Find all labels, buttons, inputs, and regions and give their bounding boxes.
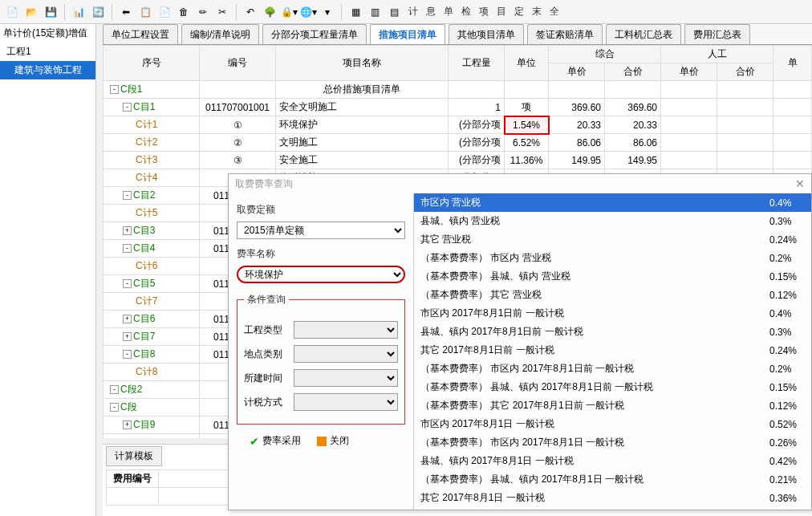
- dialog-titlebar[interactable]: 取费费率查询 ✕: [229, 174, 811, 193]
- calc-cell[interactable]: [107, 488, 159, 506]
- project-type-select[interactable]: [294, 321, 398, 339]
- undo-icon[interactable]: ↶: [242, 3, 259, 21]
- chart-icon[interactable]: 📊: [70, 3, 87, 21]
- col-code[interactable]: 编号: [200, 46, 276, 81]
- tab-4[interactable]: 其他项目清单: [449, 24, 524, 44]
- dropdown-icon[interactable]: ▾: [319, 3, 336, 21]
- rate-row[interactable]: （基本费费率） 市区内 2017年8月1日前 一般计税0.2%: [414, 360, 811, 378]
- rate-row[interactable]: 县城、镇内 2017年8月1日前 一般计税0.3%: [414, 323, 811, 341]
- tab-7[interactable]: 费用汇总表: [684, 24, 750, 44]
- col-unit-price2[interactable]: 单价: [661, 63, 717, 81]
- col-qty[interactable]: 工程量: [449, 46, 505, 81]
- label-project-type: 工程类型: [244, 323, 289, 337]
- rate-row[interactable]: 其它 2017年8月1日前 一般计税0.24%: [414, 341, 811, 360]
- paste-icon[interactable]: 📄: [156, 3, 173, 21]
- layout1-icon[interactable]: ▦: [347, 3, 364, 21]
- col-extra[interactable]: 单: [773, 46, 812, 81]
- close-button[interactable]: 关闭: [317, 434, 349, 448]
- toolbar-text-息[interactable]: 息: [422, 6, 440, 17]
- lock-icon[interactable]: 🔒▾: [280, 3, 298, 21]
- tab-2[interactable]: 分部分项工程量清单: [262, 24, 367, 44]
- expand-icon[interactable]: -: [123, 103, 132, 112]
- layout3-icon[interactable]: ▤: [385, 3, 403, 21]
- toolbar-text-单[interactable]: 单: [440, 6, 457, 17]
- expand-icon[interactable]: -: [110, 385, 119, 394]
- layout2-icon[interactable]: ▥: [366, 3, 384, 21]
- expand-icon[interactable]: -: [123, 350, 132, 359]
- refresh-icon[interactable]: 🔄: [89, 3, 107, 21]
- toolbar-text-目[interactable]: 目: [493, 6, 510, 17]
- tab-0[interactable]: 单位工程设置: [103, 24, 178, 44]
- expand-icon[interactable]: +: [123, 315, 132, 323]
- tab-1[interactable]: 编制/清单说明: [181, 24, 259, 44]
- expand-icon[interactable]: -: [123, 279, 132, 288]
- rate-row[interactable]: （基本费费率） 其它 营业税0.12%: [414, 286, 811, 304]
- toolbar-text-全[interactable]: 全: [546, 6, 563, 17]
- tab-6[interactable]: 工料机汇总表: [606, 24, 681, 44]
- expand-icon[interactable]: +: [123, 421, 132, 429]
- edit-icon[interactable]: ✏: [194, 3, 212, 21]
- table-row[interactable]: C计2②文明施工(分部分项6.52%86.0686.06: [104, 134, 812, 152]
- col-group-labor[interactable]: 人工: [661, 46, 773, 63]
- tab-3[interactable]: 措施项目清单: [370, 24, 445, 44]
- new-icon[interactable]: 📄: [3, 3, 21, 21]
- table-row[interactable]: -C段1总价措施项目清单: [104, 81, 812, 99]
- quota-select[interactable]: 2015清单定额: [237, 221, 405, 239]
- toolbar-text-定[interactable]: 定: [510, 6, 528, 17]
- rate-row[interactable]: （基本费费率） 市区内 营业税0.2%: [414, 249, 811, 267]
- expand-icon[interactable]: +: [123, 332, 132, 341]
- rate-row[interactable]: （基本费费率） 其它 2017年8月1日 一般计税0.18%: [414, 507, 811, 510]
- rate-row[interactable]: 县城、镇内 营业税0.3%: [414, 212, 811, 230]
- copy-icon[interactable]: 📋: [136, 3, 154, 21]
- toolbar-text-检[interactable]: 检: [457, 6, 475, 17]
- rate-row[interactable]: （基本费费率） 市区内 2017年8月1日 一般计税0.26%: [414, 433, 811, 452]
- tree-item[interactable]: 建筑与装饰工程: [0, 61, 95, 79]
- toolbar-text-末[interactable]: 末: [528, 6, 546, 17]
- table-row[interactable]: -C目1011707001001安全文明施工1项369.60369.60: [104, 99, 812, 116]
- col-total-price2[interactable]: 合价: [717, 63, 773, 81]
- table-row[interactable]: C计1①环境保护(分部分项1.54%20.3320.33: [104, 116, 812, 134]
- col-total-price[interactable]: 合价: [605, 63, 661, 81]
- cut-icon[interactable]: ✂: [213, 3, 231, 21]
- rate-row[interactable]: （基本费费率） 县城、镇内 2017年8月1日前 一般计税0.15%: [414, 378, 811, 396]
- tree-item[interactable]: 工程1: [0, 43, 95, 61]
- expand-icon[interactable]: -: [123, 244, 132, 253]
- expand-icon[interactable]: -: [110, 85, 119, 94]
- rate-name-select[interactable]: 环境保护: [237, 266, 405, 283]
- tax-method-select[interactable]: [294, 393, 398, 411]
- rate-row[interactable]: 市区内 营业税0.4%: [414, 193, 811, 212]
- col-group-composite[interactable]: 综合: [549, 46, 661, 63]
- calc-col-fee-code[interactable]: 费用编号: [107, 470, 159, 488]
- table-row[interactable]: C计3③安全施工(分部分项11.36%149.95149.95: [104, 152, 812, 169]
- save-icon[interactable]: 💾: [42, 3, 59, 21]
- tree-root[interactable]: 单计价(15定额)增值: [0, 24, 95, 43]
- col-name[interactable]: 项目名称: [276, 46, 449, 81]
- rate-row[interactable]: 其它 2017年8月1日 一般计税0.36%: [414, 489, 811, 507]
- rate-row[interactable]: 市区内 2017年8月1日前 一般计税0.4%: [414, 304, 811, 323]
- open-icon[interactable]: 📂: [22, 3, 40, 21]
- delete-icon[interactable]: 🗑: [175, 3, 193, 21]
- rate-row[interactable]: 市区内 2017年8月1日 一般计税0.52%: [414, 415, 811, 433]
- tree-icon[interactable]: 🌳: [261, 3, 278, 21]
- build-time-select[interactable]: [294, 369, 398, 387]
- toolbar-text-项[interactable]: 项: [475, 6, 493, 17]
- rate-row[interactable]: 其它 营业税0.24%: [414, 230, 811, 249]
- expand-icon[interactable]: -: [123, 191, 132, 200]
- rate-row[interactable]: （基本费费率） 其它 2017年8月1日前 一般计税0.12%: [414, 396, 811, 415]
- globe-icon[interactable]: 🌐▾: [299, 3, 317, 21]
- close-icon[interactable]: ✕: [795, 177, 805, 190]
- rate-row[interactable]: （基本费费率） 县城、镇内 2017年8月1日 一般计税0.21%: [414, 470, 811, 489]
- rate-row[interactable]: 县城、镇内 2017年8月1日 一般计税0.42%: [414, 452, 811, 470]
- toolbar-text-计[interactable]: 计: [404, 6, 422, 17]
- col-unit-price[interactable]: 单价: [549, 63, 605, 81]
- calc-tab[interactable]: 计算模板: [106, 446, 162, 466]
- rate-row[interactable]: （基本费费率） 县城、镇内 营业税0.15%: [414, 267, 811, 286]
- apply-rate-button[interactable]: ✔费率采用: [250, 434, 301, 448]
- location-select[interactable]: [294, 345, 398, 363]
- nav-icon[interactable]: ⬅: [117, 3, 135, 21]
- col-unit[interactable]: 单位: [505, 46, 549, 81]
- expand-icon[interactable]: +: [123, 226, 132, 235]
- expand-icon[interactable]: -: [110, 403, 119, 412]
- col-seq[interactable]: 序号: [104, 46, 200, 81]
- tab-5[interactable]: 签证索赔清单: [527, 24, 603, 44]
